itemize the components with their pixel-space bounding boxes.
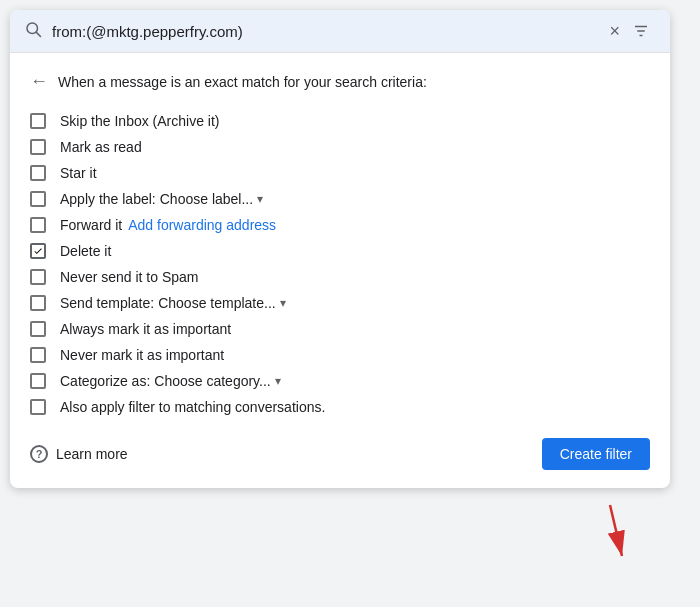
category-dropdown-arrow[interactable]: ▾ xyxy=(275,374,281,388)
checkbox-star-it[interactable] xyxy=(30,165,46,181)
back-row: ← When a message is an exact match for y… xyxy=(30,71,650,92)
svg-line-5 xyxy=(36,32,40,36)
template-dropdown-arrow[interactable]: ▾ xyxy=(280,296,286,310)
learn-more-link[interactable]: Learn more xyxy=(56,446,128,462)
learn-more-section: ? Learn more xyxy=(30,445,128,463)
option-delete-it: Delete it xyxy=(30,238,650,264)
label-dropdown-arrow[interactable]: ▾ xyxy=(257,192,263,206)
option-mark-as-read: Mark as read xyxy=(30,134,650,160)
label-forward-it: Forward it xyxy=(60,217,122,233)
option-apply-label: Apply the label: Choose label... ▾ xyxy=(30,186,650,212)
checkbox-apply-label[interactable] xyxy=(30,191,46,207)
label-also-apply: Also apply filter to matching conversati… xyxy=(60,399,325,415)
close-search-button[interactable]: × xyxy=(603,21,626,42)
checkbox-categorize[interactable] xyxy=(30,373,46,389)
option-never-important: Never mark it as important xyxy=(30,342,650,368)
checkbox-delete-it[interactable] xyxy=(30,243,46,259)
options-list: Skip the Inbox (Archive it) Mark as read… xyxy=(30,108,650,420)
choose-category-dropdown[interactable]: Choose category... xyxy=(154,373,270,389)
checkbox-also-apply[interactable] xyxy=(30,399,46,415)
dialog-body: ← When a message is an exact match for y… xyxy=(10,53,670,488)
option-star-it: Star it xyxy=(30,160,650,186)
filter-dialog: from:(@mktg.pepperfry.com) × ← When a me… xyxy=(10,10,670,488)
back-button[interactable]: ← xyxy=(30,71,48,92)
help-icon[interactable]: ? xyxy=(30,445,48,463)
option-send-template: Send template: Choose template... ▾ xyxy=(30,290,650,316)
choose-label-dropdown[interactable]: Choose label... xyxy=(160,191,253,207)
label-never-spam: Never send it to Spam xyxy=(60,269,199,285)
choose-template-dropdown[interactable]: Choose template... xyxy=(158,295,276,311)
option-forward-it: Forward it Add forwarding address xyxy=(30,212,650,238)
label-apply-label: Apply the label: xyxy=(60,191,156,207)
search-query: from:(@mktg.pepperfry.com) xyxy=(52,23,603,40)
option-always-important: Always mark it as important xyxy=(30,316,650,342)
label-send-template: Send template: xyxy=(60,295,154,311)
checkbox-always-important[interactable] xyxy=(30,321,46,337)
create-filter-button[interactable]: Create filter xyxy=(542,438,650,470)
label-never-important: Never mark it as important xyxy=(60,347,224,363)
label-star-it: Star it xyxy=(60,165,97,181)
search-icon xyxy=(24,20,42,42)
option-never-spam: Never send it to Spam xyxy=(30,264,650,290)
label-skip-inbox: Skip the Inbox (Archive it) xyxy=(60,113,220,129)
option-skip-inbox: Skip the Inbox (Archive it) xyxy=(30,108,650,134)
option-also-apply: Also apply filter to matching conversati… xyxy=(30,394,650,420)
checkbox-never-important[interactable] xyxy=(30,347,46,363)
checkbox-skip-inbox[interactable] xyxy=(30,113,46,129)
svg-line-3 xyxy=(610,505,622,556)
checkbox-send-template[interactable] xyxy=(30,295,46,311)
label-always-important: Always mark it as important xyxy=(60,321,231,337)
checkbox-forward-it[interactable] xyxy=(30,217,46,233)
footer-row: ? Learn more Create filter xyxy=(30,426,650,474)
checkbox-never-spam[interactable] xyxy=(30,269,46,285)
filter-options-icon[interactable] xyxy=(626,22,656,40)
label-delete-it: Delete it xyxy=(60,243,111,259)
search-bar: from:(@mktg.pepperfry.com) × xyxy=(10,10,670,53)
criteria-description: When a message is an exact match for you… xyxy=(58,74,427,90)
add-forwarding-address-link[interactable]: Add forwarding address xyxy=(128,217,276,233)
label-categorize: Categorize as: xyxy=(60,373,150,389)
checkbox-mark-as-read[interactable] xyxy=(30,139,46,155)
option-categorize: Categorize as: Choose category... ▾ xyxy=(30,368,650,394)
label-mark-as-read: Mark as read xyxy=(60,139,142,155)
